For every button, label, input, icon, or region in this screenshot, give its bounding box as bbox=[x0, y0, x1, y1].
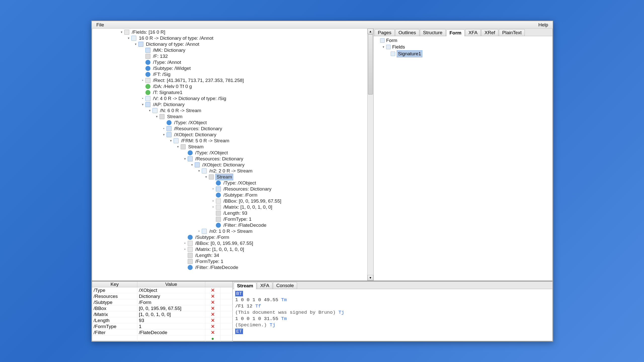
expand-handle[interactable] bbox=[211, 181, 215, 185]
tree-node[interactable]: ▾/XObject: Dictionary bbox=[120, 132, 282, 138]
menu-help[interactable]: Help bbox=[536, 22, 550, 28]
expand-handle[interactable] bbox=[141, 91, 144, 94]
delete-icon[interactable]: ✕ bbox=[205, 318, 220, 324]
expand-handle[interactable]: • bbox=[183, 248, 187, 251]
delete-icon[interactable]: ✕ bbox=[205, 305, 220, 311]
expand-handle[interactable]: • bbox=[197, 230, 201, 233]
expand-handle[interactable]: • bbox=[211, 199, 215, 203]
form-root-label[interactable]: Form bbox=[386, 37, 397, 44]
tree-node[interactable]: ▾Stream bbox=[120, 174, 282, 180]
tree-node[interactable]: /FormType: 1 bbox=[120, 258, 282, 264]
tree-node[interactable]: /Subtype: /Widget bbox=[120, 65, 282, 71]
expand-handle[interactable] bbox=[141, 73, 144, 76]
tree-node[interactable]: ▾/n2: 2 0 R -> Stream bbox=[120, 168, 282, 174]
tab-xfa[interactable]: XFA bbox=[257, 282, 272, 289]
tree-node[interactable]: /FormType: 1 bbox=[120, 216, 282, 222]
expand-handle[interactable]: ▾ bbox=[162, 133, 166, 137]
tab-form[interactable]: Form bbox=[446, 29, 465, 36]
kv-row[interactable]: /Matrix[1, 0, 0, 1, 0, 0]✕ bbox=[92, 311, 232, 318]
expand-handle[interactable]: • bbox=[162, 127, 166, 130]
expand-handle[interactable] bbox=[141, 55, 144, 58]
tab-structure[interactable]: Structure bbox=[420, 29, 446, 36]
expand-handle[interactable] bbox=[162, 121, 166, 124]
stream-content[interactable]: BT 1 0 0 1 0 49.55 Tm /F1 12 Tf (This do… bbox=[233, 289, 552, 341]
tree-node[interactable]: /F: 132 bbox=[120, 53, 282, 59]
tree-node[interactable]: ▾/FRM: 5 0 R -> Stream bbox=[120, 138, 282, 144]
tree-node[interactable]: •/Matrix: [1, 0, 0, 1, 0, 0] bbox=[120, 246, 282, 252]
tab-console[interactable]: Console bbox=[273, 282, 297, 289]
add-icon[interactable]: ● bbox=[205, 336, 220, 342]
expand-handle[interactable]: • bbox=[183, 242, 187, 245]
delete-icon[interactable]: ✕ bbox=[205, 287, 220, 293]
expand-handle[interactable]: • bbox=[141, 79, 144, 82]
tree-node[interactable]: ▾/XObject: Dictionary bbox=[120, 162, 282, 168]
kv-row[interactable]: /ResourcesDictionary✕ bbox=[92, 293, 232, 299]
tree-node[interactable]: •/Matrix: [1, 0, 0, 1, 0, 0] bbox=[120, 204, 282, 210]
kv-add-row[interactable]: ● bbox=[92, 336, 232, 342]
tree-node[interactable]: /Subtype: /Form bbox=[120, 234, 282, 240]
expand-handle[interactable]: ▾ bbox=[382, 45, 385, 49]
expand-handle[interactable]: ▾ bbox=[134, 42, 137, 46]
tab-stream[interactable]: Stream bbox=[234, 282, 256, 289]
tree-node[interactable]: ▾/AP: Dictionary bbox=[120, 102, 282, 108]
expand-handle[interactable] bbox=[141, 67, 144, 70]
expand-handle[interactable] bbox=[183, 254, 187, 257]
kv-row[interactable]: /BBox[0, 0, 195.99, 67.55]✕ bbox=[92, 305, 232, 311]
expand-handle[interactable] bbox=[183, 260, 187, 263]
tree-node[interactable]: •/Resources: Dictionary bbox=[120, 126, 282, 132]
expand-handle[interactable] bbox=[211, 193, 215, 197]
field-signature1[interactable]: Signature1 bbox=[397, 50, 422, 57]
tree-node[interactable]: /Filter: /FlateDecode bbox=[120, 222, 282, 228]
tree-node[interactable]: ▾Stream bbox=[120, 114, 282, 120]
tree-node[interactable]: /T: Signature1 bbox=[120, 89, 282, 96]
expand-handle[interactable] bbox=[211, 211, 215, 215]
scroll-thumb[interactable] bbox=[368, 34, 373, 95]
expand-handle[interactable]: ▾ bbox=[169, 139, 173, 143]
scroll-up-button[interactable]: ▲ bbox=[368, 29, 373, 34]
tree-node[interactable]: /DA: /Helv 0 Tf 0 g bbox=[120, 83, 282, 89]
tree-node[interactable]: ▾/N: 6 0 R -> Stream bbox=[120, 108, 282, 114]
expand-handle[interactable]: ▾ bbox=[148, 109, 151, 112]
delete-icon[interactable]: ✕ bbox=[205, 293, 220, 299]
form-tree[interactable]: Form ▾ Fields Signature1 bbox=[374, 36, 552, 58]
tree-node[interactable]: •/V: 4 0 R -> Dictionary of type: /Sig bbox=[120, 96, 282, 102]
expand-handle[interactable]: ▾ bbox=[155, 115, 158, 118]
delete-icon[interactable]: ✕ bbox=[205, 324, 220, 330]
expand-handle[interactable]: ▾ bbox=[141, 103, 144, 106]
kv-row[interactable]: /Filter/FlateDecode✕ bbox=[92, 330, 232, 336]
tree-node[interactable]: /FT: /Sig bbox=[120, 71, 282, 77]
structure-tree[interactable]: ▾/Fields: [16 0 R]▾16 0 R -> Dictionary … bbox=[92, 29, 282, 271]
tree-node[interactable]: ▾/Fields: [16 0 R] bbox=[120, 29, 282, 35]
tree-node[interactable]: •/Rect: [41.3671, 713.71, 237.353, 781.2… bbox=[120, 77, 282, 83]
tree-node[interactable]: /Subtype: /Form bbox=[120, 192, 282, 198]
expand-handle[interactable]: ▾ bbox=[120, 30, 123, 34]
expand-handle[interactable]: ▾ bbox=[176, 145, 180, 149]
tree-node[interactable]: •/BBox: [0, 0, 195.99, 67.55] bbox=[120, 240, 282, 246]
tree-node[interactable]: ▾16 0 R -> Dictionary of type: /Annot bbox=[120, 35, 282, 41]
expand-handle[interactable] bbox=[141, 61, 144, 64]
expand-handle[interactable] bbox=[183, 266, 187, 269]
expand-handle[interactable]: • bbox=[211, 187, 215, 191]
kv-row[interactable]: /Length93✕ bbox=[92, 318, 232, 324]
tree-node[interactable]: ▾Stream bbox=[120, 144, 282, 150]
expand-handle[interactable] bbox=[183, 236, 187, 239]
expand-handle[interactable]: ▾ bbox=[190, 163, 194, 167]
tree-node[interactable]: ▾Dictionary of type: /Annot bbox=[120, 41, 282, 47]
tree-node[interactable]: •/BBox: [0, 0, 195.99, 67.55] bbox=[120, 198, 282, 204]
tree-node[interactable]: /Length: 34 bbox=[120, 252, 282, 258]
expand-handle[interactable] bbox=[141, 49, 144, 52]
tab-plaintext[interactable]: PlainText bbox=[499, 29, 525, 36]
kv-row[interactable]: /Subtype/Form✕ bbox=[92, 299, 232, 305]
tree-node[interactable]: /Type: /XObject bbox=[120, 150, 282, 156]
tab-xfa[interactable]: XFA bbox=[465, 29, 481, 36]
expand-handle[interactable] bbox=[211, 223, 215, 227]
tree-node[interactable]: /Length: 93 bbox=[120, 210, 282, 216]
tab-outlines[interactable]: Outlines bbox=[395, 29, 419, 36]
structure-tree-scroll[interactable]: ▾/Fields: [16 0 R]▾16 0 R -> Dictionary … bbox=[92, 29, 367, 281]
tree-node[interactable]: •/Resources: Dictionary bbox=[120, 186, 282, 192]
expand-handle[interactable] bbox=[211, 217, 215, 221]
tab-xref[interactable]: XRef bbox=[481, 29, 498, 36]
expand-handle[interactable]: ▾ bbox=[204, 175, 208, 179]
kv-row[interactable]: /FormType1✕ bbox=[92, 324, 232, 330]
vertical-scrollbar[interactable]: ▲ ▼ bbox=[367, 29, 373, 281]
